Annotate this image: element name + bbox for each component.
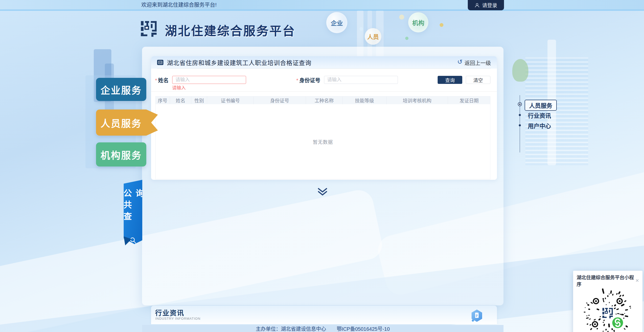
- site-logo: [140, 19, 158, 38]
- sidebar-item-company-services[interactable]: 企业服务: [96, 78, 146, 101]
- decor-dot-1: [399, 15, 404, 20]
- name-error-message: 请输入: [172, 84, 186, 91]
- search-icon: [129, 237, 137, 244]
- table-body: 暂无数据: [156, 104, 490, 179]
- login-label: 请登录: [482, 2, 497, 9]
- qr-popup-header: 湖北住建综合服务平台小程序 ×: [573, 271, 642, 288]
- sidebar-item-org-services[interactable]: 机构服务: [96, 142, 146, 167]
- col-gender: 性别: [191, 96, 207, 104]
- idcard-input[interactable]: [324, 76, 398, 84]
- site-title: 湖北住建综合服务平台: [165, 21, 296, 39]
- decor-dot-2: [440, 23, 443, 27]
- bubble-company: 企业: [326, 12, 347, 33]
- query-card-header: 湖北省住房和城乡建设建筑工人职业培训合格证查询 ↺ 返回上一级: [151, 56, 497, 69]
- bubble-person: 人员: [365, 28, 381, 45]
- topbar: 欢迎来到湖北住建综合服务平台!: [0, 0, 644, 10]
- query-card: 湖北省住房和城乡建设建筑工人职业培训合格证查询 ↺ 返回上一级 * 姓名 请输入…: [151, 56, 497, 180]
- col-trade: 工种名称: [306, 96, 343, 104]
- org-services-label: 机构服务: [101, 148, 142, 161]
- news-title: 行业资讯: [155, 308, 184, 317]
- right-menu-user-label: 用户中心: [528, 123, 551, 129]
- public-query-label: 公共查询: [121, 189, 145, 233]
- col-index: 序号: [156, 96, 170, 104]
- form-divider: [151, 91, 497, 92]
- close-icon[interactable]: ×: [635, 278, 639, 284]
- query-form: * 姓名 请输入 * 身份证号 查询 清空: [151, 69, 497, 84]
- col-skill-level: 技能等级: [343, 96, 386, 104]
- ribbon-body: 公共查询: [124, 180, 142, 244]
- expand-chevron-icon[interactable]: [317, 188, 328, 197]
- bubble-org-label: 机构: [412, 18, 424, 27]
- qr-code: [573, 288, 642, 332]
- empty-placeholder: 暂无数据: [313, 138, 333, 145]
- right-menu-news-label: 行业资讯: [528, 112, 551, 119]
- decor-dot-3: [405, 37, 408, 40]
- active-item-marker: [518, 102, 522, 106]
- industry-news-section: 行业资讯 INDUSTRY INFORMATION: [151, 306, 497, 324]
- news-subtitle: INDUSTRY INFORMATION: [155, 317, 201, 320]
- bubble-company-label: 企业: [331, 18, 343, 27]
- company-services-label: 企业服务: [101, 83, 142, 96]
- required-mark: *: [296, 78, 298, 83]
- miniprogram-qr-popup: 湖北住建综合服务平台小程序 ×: [573, 271, 642, 332]
- results-table: 序号 姓名 性别 证书编号 身份证号 工种名称 技能等级 培训考核机构 发证日期…: [155, 96, 490, 179]
- footer-icp: 鄂ICP备05016425号-10: [337, 325, 390, 332]
- col-id-no: 身份证号: [254, 96, 306, 104]
- user-icon: [475, 3, 480, 8]
- qr-popup-title: 湖北住建综合服务平台小程序: [577, 274, 635, 287]
- col-cert-no: 证书编号: [207, 96, 254, 104]
- right-menu-item-user-center[interactable]: 用户中心: [528, 121, 551, 130]
- menu-bullet: [519, 114, 521, 116]
- decor-dot-4: [359, 27, 363, 31]
- right-menu-item-person-services[interactable]: 人员服务: [525, 100, 557, 111]
- name-field-group: * 姓名 请输入: [155, 76, 246, 84]
- back-link[interactable]: ↺ 返回上一级: [457, 59, 491, 66]
- menu-bullet: [519, 124, 521, 126]
- search-button[interactable]: 查询: [438, 76, 462, 84]
- bubble-org: 机构: [408, 12, 428, 32]
- table-header-row: 序号 姓名 性别 证书编号 身份证号 工种名称 技能等级 培训考核机构 发证日期: [156, 96, 490, 104]
- public-query-ribbon[interactable]: 公共查询: [124, 180, 142, 244]
- col-issue-date: 发证日期: [448, 96, 490, 104]
- bg-tree: [512, 59, 528, 82]
- page: 欢迎来到湖北住建综合服务平台! 请登录 湖北住建综合服务平台 企业 人员 机构: [0, 0, 644, 332]
- sidebar-item-person-services[interactable]: 人员服务: [96, 109, 146, 136]
- id-card-icon: [157, 60, 163, 65]
- form-buttons: 查询 清空: [438, 76, 490, 84]
- right-menu-item-industry-news[interactable]: 行业资讯: [528, 111, 551, 120]
- right-menu-person-label: 人员服务: [529, 102, 552, 109]
- name-input[interactable]: [172, 76, 246, 84]
- col-training-org: 培训考核机构: [387, 96, 448, 104]
- back-label: 返回上一级: [465, 59, 491, 66]
- required-mark: *: [155, 78, 157, 83]
- bubble-person-label: 人员: [367, 32, 379, 41]
- footer-host: 主办单位：湖北省建设信息中心: [256, 325, 326, 332]
- document-hexagon-icon: [470, 309, 484, 323]
- topbar-accent-strip: [0, 10, 644, 11]
- person-services-label: 人员服务: [101, 116, 142, 130]
- footer-bar: 主办单位：湖北省建设信息中心 鄂ICP备05016425号-10: [142, 325, 503, 332]
- col-name: 姓名: [170, 96, 192, 104]
- clear-button[interactable]: 清空: [466, 76, 490, 84]
- name-label: 姓名: [158, 76, 169, 84]
- query-title: 湖北省住房和城乡建设建筑工人职业培训合格证查询: [167, 58, 311, 67]
- idcard-field-group: * 身份证号: [296, 76, 398, 84]
- welcome-text: 欢迎来到湖北住建综合服务平台!: [141, 0, 217, 10]
- idcard-label: 身份证号: [299, 76, 320, 84]
- back-icon: ↺: [457, 59, 463, 65]
- login-button[interactable]: 请登录: [468, 0, 504, 10]
